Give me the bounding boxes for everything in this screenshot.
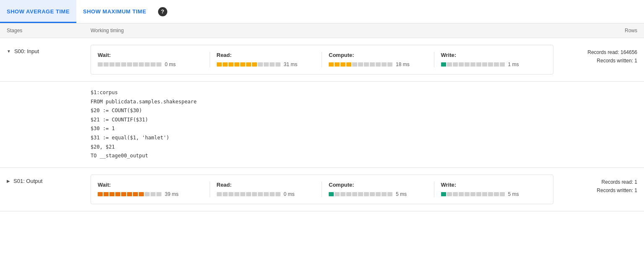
code-line-1: $1:corpus — [91, 88, 637, 98]
bar-seg — [109, 192, 114, 196]
stage-s01-timing-box: Wait: 39 ms — [91, 175, 553, 204]
bar-seg — [482, 62, 487, 67]
bar-seg — [145, 62, 150, 67]
bar-seg — [246, 62, 251, 67]
code-line-4: $21 := COUNTIF($31) — [91, 116, 637, 125]
code-section-s00: $1:corpus FROM publicdata.samples.shakes… — [0, 82, 644, 168]
bar-seg — [470, 192, 475, 196]
bar-value-write-s01: 5 ms — [508, 191, 521, 197]
tab-show-maximum-time[interactable]: SHOW MAXIMUM TIME — [76, 0, 153, 23]
bar-seg — [133, 192, 138, 196]
stage-s00-label[interactable]: ▼ S00: Input — [7, 45, 91, 54]
bar-seg — [98, 62, 103, 67]
bar-seg — [376, 192, 381, 196]
bar-track-write-s01 — [441, 192, 505, 196]
bar-seg — [352, 62, 357, 67]
bar-track-compute-s01 — [329, 192, 392, 196]
bar-seg — [121, 62, 126, 67]
timing-compute-label-s01: Compute: — [329, 182, 427, 188]
stage-s00-name: S00: Input — [14, 48, 39, 54]
bar-seg — [346, 62, 351, 67]
timing-compute-label-s00: Compute: — [329, 52, 427, 58]
col-working-timing: Working timing — [91, 28, 553, 33]
bar-seg — [358, 62, 363, 67]
code-line-7: $20, $21 — [91, 143, 637, 152]
bar-seg — [329, 192, 334, 196]
bar-track-read-s00 — [217, 62, 280, 67]
timing-write-s01: Write: 5 ms — [434, 182, 547, 197]
bar-seg — [376, 62, 381, 67]
bar-seg — [264, 62, 269, 67]
bar-seg — [465, 62, 470, 67]
bar-seg — [127, 62, 132, 67]
bar-seg — [133, 62, 138, 67]
bar-seg — [252, 192, 257, 196]
bar-seg — [494, 192, 499, 196]
bar-seg — [352, 192, 357, 196]
timing-write-s00: Write: 1 ms — [434, 52, 547, 67]
bar-seg — [98, 192, 103, 196]
chevron-s01[interactable]: ▶ — [7, 179, 10, 183]
bar-seg — [246, 192, 251, 196]
bar-track-wait-s00 — [98, 62, 161, 67]
bar-seg — [151, 192, 156, 196]
bar-seg — [275, 62, 280, 67]
bar-seg — [240, 62, 245, 67]
bar-seg — [115, 192, 120, 196]
bar-seg — [441, 62, 446, 67]
timing-write-label-s00: Write: — [441, 52, 547, 58]
stage-s01-label[interactable]: ▶ S01: Output — [7, 175, 91, 184]
bar-seg — [156, 192, 161, 196]
bar-seg — [459, 192, 464, 196]
help-icon[interactable]: ? — [158, 7, 167, 16]
tab-show-average-time[interactable]: SHOW AVERAGE TIME — [0, 0, 76, 23]
bar-seg — [387, 62, 392, 67]
bar-seg — [441, 192, 446, 196]
bar-track-write-s00 — [441, 62, 505, 67]
bar-seg — [335, 62, 340, 67]
bar-seg — [217, 62, 222, 67]
records-written-s00: Records written: 1 — [553, 57, 637, 65]
bar-seg — [382, 192, 387, 196]
bar-value-write-s00: 1 ms — [508, 62, 521, 67]
bar-seg — [270, 62, 275, 67]
bar-seg — [447, 192, 452, 196]
bar-seg — [482, 192, 487, 196]
chevron-s00[interactable]: ▼ — [7, 49, 11, 54]
bar-value-read-s00: 31 ms — [284, 62, 298, 67]
timing-write-label-s01: Write: — [441, 182, 547, 188]
bar-seg — [115, 62, 120, 67]
column-headers: Stages Working timing Rows — [0, 23, 644, 38]
bar-seg — [121, 192, 126, 196]
bar-seg — [156, 62, 161, 67]
records-read-s00: Records read: 164656 — [553, 48, 637, 57]
bar-seg — [387, 192, 392, 196]
bar-seg — [240, 192, 245, 196]
bar-seg — [453, 62, 458, 67]
timing-read-s00: Read: 31 ms — [210, 52, 322, 67]
bar-seg — [151, 62, 156, 67]
bar-seg — [252, 62, 257, 67]
stage-s01-row: ▶ S01: Output Wait: — [0, 168, 644, 211]
bar-seg — [275, 192, 280, 196]
bar-seg — [340, 192, 345, 196]
bar-seg — [500, 192, 505, 196]
bar-seg — [229, 192, 234, 196]
bar-track-read-s01 — [217, 192, 280, 196]
code-line-2: FROM publicdata.samples.shakespeare — [91, 98, 637, 107]
stage-s00-rows: Records read: 164656 Records written: 1 — [553, 45, 637, 65]
timing-wait-s00: Wait: 0 ms — [98, 52, 210, 67]
timing-wait-label-s00: Wait: — [98, 52, 203, 58]
bar-seg — [364, 192, 369, 196]
bar-seg — [104, 62, 109, 67]
bar-seg — [370, 62, 375, 67]
bar-seg — [500, 62, 505, 67]
bar-seg — [145, 192, 150, 196]
stage-s01-rows: Records read: 1 Records written: 1 — [553, 175, 637, 195]
stage-s00-timing-box: Wait: 0 ms — [91, 45, 553, 74]
bar-seg — [329, 62, 334, 67]
bar-value-wait-s01: 39 ms — [165, 191, 179, 197]
bar-seg — [346, 192, 351, 196]
code-line-8: TO __stage00_output — [91, 152, 637, 161]
bar-seg — [229, 62, 234, 67]
